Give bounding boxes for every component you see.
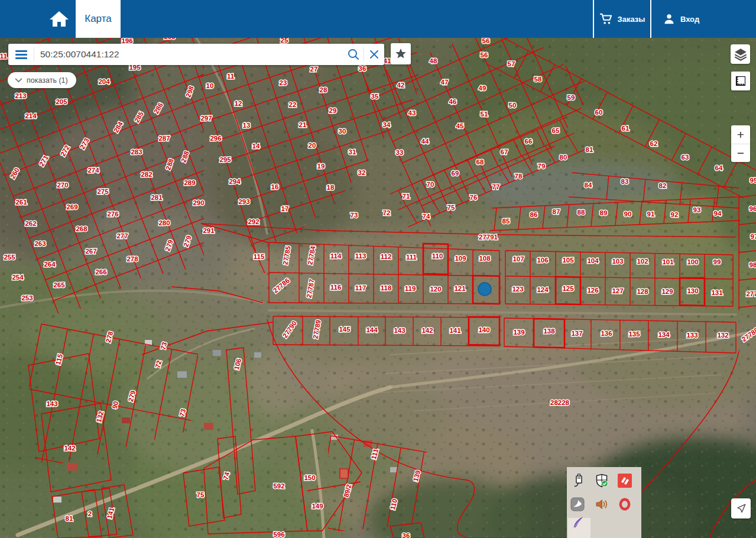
parcel-label: 45 <box>456 122 464 129</box>
zoom-control: + − <box>731 125 750 162</box>
parcel-label: 81 <box>586 146 593 153</box>
parcel-label: 44 <box>421 138 429 145</box>
parcel-label: 290 <box>193 199 204 206</box>
parcel-label: 100 <box>687 258 698 265</box>
parcel-label: 129 <box>661 288 673 295</box>
feather-icon[interactable] <box>571 515 585 529</box>
parcel-label: 116 <box>330 284 342 291</box>
parcel-label: 110 <box>432 252 443 260</box>
parcel-label: 255 <box>4 254 15 261</box>
zoom-out-button[interactable]: − <box>731 144 750 163</box>
parcel-label: 144 <box>366 326 378 333</box>
parcel-label: 78 <box>515 173 523 180</box>
usb-device-icon[interactable] <box>571 474 585 488</box>
parcel-label: 49 <box>479 85 486 92</box>
parcel-label: 297 <box>200 115 212 122</box>
parcel-label: 143 <box>394 327 405 334</box>
parcel-label: 36 <box>403 532 410 538</box>
favorites-button[interactable] <box>391 43 411 64</box>
parcel-label: 128 <box>637 288 648 295</box>
parcel-label: 27 <box>310 66 318 73</box>
parcel-label: 295 <box>219 156 231 163</box>
parcel-label: 30 <box>339 128 346 135</box>
parcel-label: 114 <box>330 252 342 260</box>
parcel-label: 80 <box>560 154 567 161</box>
parcel-label: 33 <box>396 149 404 156</box>
parcel-label: 2 <box>88 510 92 517</box>
parcel-label: 294 <box>229 178 241 185</box>
parcel-label: 119 <box>405 285 416 292</box>
parcel-label: 74 <box>423 213 430 220</box>
parcel-label: 96 <box>749 205 756 212</box>
parcel-label: 270 <box>57 182 68 189</box>
opera-icon[interactable] <box>618 497 632 511</box>
parcel-label: 94 <box>714 210 722 217</box>
search-input[interactable] <box>34 49 343 60</box>
defender-shield-icon[interactable] <box>595 474 609 488</box>
login-button[interactable]: Вход <box>650 0 756 38</box>
parcel-label: 86 <box>530 211 538 218</box>
parcel-label: 68 <box>476 158 484 166</box>
parcel-label: 111 <box>406 254 417 261</box>
parcel-label: 254 <box>12 274 24 281</box>
parcel-label: 136 <box>601 330 612 337</box>
parcel-label: 113 <box>355 252 366 260</box>
parcel-label: 43 <box>408 109 416 116</box>
parcel-label: 135 <box>628 330 640 338</box>
bird-app-icon[interactable] <box>570 497 585 511</box>
parcel-label: 28228 <box>550 399 570 406</box>
tab-map-label: Карта <box>85 13 112 25</box>
parcel-label: 293 <box>238 198 249 205</box>
layers-button[interactable] <box>731 44 750 64</box>
map-canvas[interactable]: 1111962032541195204205213214101112131416… <box>0 0 756 538</box>
location-arrow-icon <box>734 501 748 516</box>
parcel-label: 109 <box>455 255 466 262</box>
zoom-in-button[interactable]: + <box>731 125 750 144</box>
parcel-label: 108 <box>479 255 491 262</box>
parcel-label: 140 <box>478 326 489 333</box>
selected-parcel-marker[interactable] <box>478 283 491 296</box>
parcel-label: 277 <box>116 232 128 239</box>
parcel-label: 85 <box>502 218 510 225</box>
red-app-icon[interactable] <box>618 474 632 488</box>
measure-button[interactable] <box>731 72 750 90</box>
parcel-label: 125 <box>562 285 574 292</box>
parcel-label: 27791 <box>479 234 498 241</box>
parcel-label: 12 <box>235 100 242 107</box>
parcel-label: 88 <box>577 209 585 216</box>
parcel-label: 58 <box>534 76 542 83</box>
parcel-label: 120 <box>430 286 441 293</box>
parcel-label: 47 <box>441 79 449 86</box>
menu-button[interactable] <box>8 44 34 65</box>
parcel-label: 142 <box>421 327 433 334</box>
parcel-label: 73 <box>351 212 358 219</box>
parcel-label: 75 <box>447 204 455 211</box>
search-submit-button[interactable] <box>343 44 364 65</box>
parcel-label: 70 <box>427 181 434 188</box>
parcel-label: 281 <box>151 194 163 201</box>
show-results-button[interactable]: показать (1) <box>8 72 76 88</box>
home-button[interactable] <box>43 0 76 38</box>
parcel-label: 75 <box>197 491 205 498</box>
parcel-label: 139 <box>513 329 524 336</box>
tab-map[interactable]: Карта <box>76 0 121 38</box>
parcel-label: 90 <box>624 210 632 218</box>
parcel-label: 42 <box>397 82 405 89</box>
parcel-label: 67 <box>501 148 508 155</box>
parcel-label: 150 <box>304 474 315 481</box>
parcel-label: 262 <box>25 220 36 227</box>
parcel-label: 21 <box>299 121 307 128</box>
clear-search-button[interactable] <box>364 44 384 65</box>
parcel-label: 46 <box>449 98 457 105</box>
orders-button[interactable]: Заказы <box>593 0 650 38</box>
parcel-label: 265 <box>53 281 65 289</box>
volume-icon[interactable] <box>595 497 609 511</box>
geolocation-button[interactable] <box>731 498 751 518</box>
parcel-label: 104 <box>587 257 599 264</box>
parcel-label: 134 <box>658 331 670 338</box>
chevron-down-icon <box>15 77 22 83</box>
parcel-label: 274 <box>87 167 99 174</box>
parcel-label: 107 <box>512 255 524 262</box>
parcel-label: 214 <box>25 112 37 119</box>
parcel-label: 82 <box>659 182 667 189</box>
